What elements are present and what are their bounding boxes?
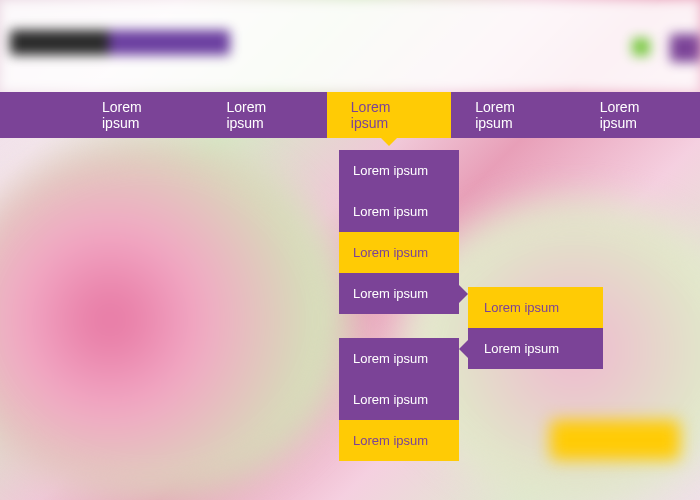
dropdown-item[interactable]: Lorem ipsum [339,379,459,420]
flyout-menu: Lorem ipsum Lorem ipsum [468,287,603,369]
flyout-item[interactable]: Lorem ipsum [468,328,603,369]
dropdown-menu-1: Lorem ipsum Lorem ipsum Lorem ipsum Lore… [339,150,459,314]
dropdown-item-hover[interactable]: Lorem ipsum [339,420,459,461]
cart-indicator [632,38,650,56]
dropdown-item[interactable]: Lorem ipsum [339,150,459,191]
nav-item-2[interactable]: Lorem ipsum [202,92,326,138]
flyout-item-hover[interactable]: Lorem ipsum [468,287,603,328]
cta-button-blurred [550,420,680,460]
header-area [0,0,700,92]
nav-item-1[interactable]: Lorem ipsum [78,92,202,138]
nav-item-3[interactable]: Lorem ipsum [327,92,451,138]
nav-item-4[interactable]: Lorem ipsum [451,92,575,138]
dropdown-item-hover[interactable]: Lorem ipsum [339,232,459,273]
main-nav: Lorem ipsum Lorem ipsum Lorem ipsum Lore… [0,92,700,138]
dropdown-item[interactable]: Lorem ipsum [339,191,459,232]
dropdown-item[interactable]: Lorem ipsum [339,338,459,379]
nav-item-5[interactable]: Lorem ipsum [576,92,700,138]
logo [10,30,230,55]
header-button [670,34,700,62]
dropdown-item-has-submenu[interactable]: Lorem ipsum [339,273,459,314]
dropdown-menu-2: Lorem ipsum Lorem ipsum Lorem ipsum [339,338,459,461]
